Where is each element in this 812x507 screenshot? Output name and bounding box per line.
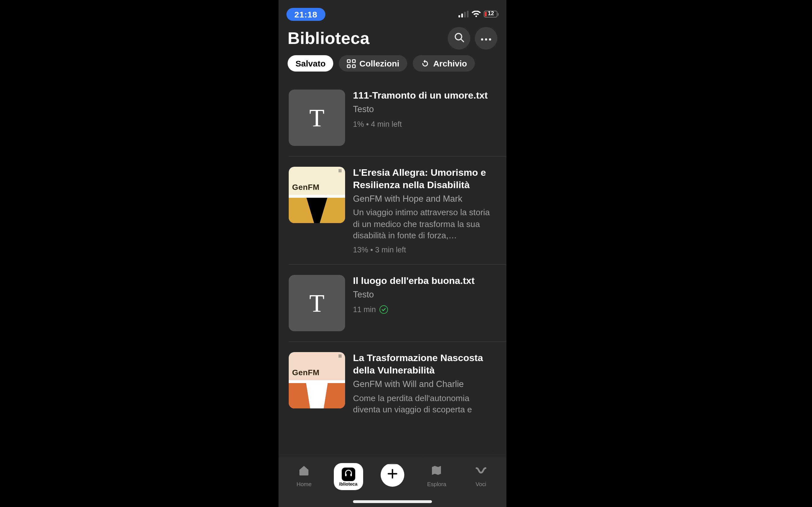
genfm-thumbnail-label: GenFM [292,182,319,191]
item-thumbnail-text: T [289,275,345,331]
svg-rect-3 [467,11,468,17]
item-thumbnail-genfm: GenFM [289,167,345,223]
tab-home-label: Home [297,481,312,487]
svg-rect-9 [348,59,350,62]
status-indicators: 12 [458,11,499,17]
svg-rect-20 [350,473,352,476]
svg-line-5 [461,39,463,41]
svg-rect-12 [353,64,356,67]
list-item[interactable]: T Il luogo dell'erba buona.txt Testo 11 … [278,265,506,341]
more-button[interactable] [475,27,497,50]
chip-collections[interactable]: Collezioni [339,55,407,71]
collections-icon [347,59,356,68]
item-title: L'Eresia Allegra: Umorismo e Resilienza … [353,167,496,191]
tab-explore[interactable]: Esplora [414,462,459,487]
search-icon [454,32,464,45]
search-button[interactable] [448,27,470,50]
map-icon [430,464,444,480]
page-title: Biblioteca [288,29,370,48]
chip-collections-label: Collezioni [359,59,400,68]
svg-rect-11 [348,64,350,67]
cellular-icon [458,11,468,17]
item-thumbnail-genfm: GenFM [289,352,345,408]
chip-archive-label: Archivio [433,59,467,68]
svg-rect-0 [458,15,460,17]
item-title: Il luogo dell'erba buona.txt [353,275,496,287]
item-description: Come la perdita dell'autonomia diventa u… [353,392,496,415]
chip-saved[interactable]: Salvato [288,55,334,71]
tab-voices-label: Voci [476,481,486,487]
headphones-icon [344,469,353,480]
list-item[interactable]: T 111-Tramonto di un umore.txt Testo 1% … [278,79,506,156]
item-status: 13% • 3 min left [353,245,496,254]
tab-add[interactable] [370,462,415,487]
tab-home[interactable]: Home [282,462,326,487]
genfm-thumbnail-art [289,195,345,223]
status-time-pill[interactable]: 21:18 [287,8,325,20]
home-indicator[interactable] [353,500,432,503]
library-list: T 111-Tramonto di un umore.txt Testo 1% … [278,79,506,427]
battery-indicator: 12 [484,11,499,17]
item-thumbnail-text: T [289,90,345,146]
tab-voices[interactable]: Voci [459,462,503,487]
item-subtitle: GenFM with Hope and Mark [353,193,496,205]
svg-point-7 [485,38,487,41]
svg-point-8 [489,38,491,41]
svg-rect-2 [464,12,465,17]
pause-icon [339,354,341,358]
voices-icon [474,464,488,480]
status-bar: 21:18 12 [278,0,506,25]
svg-point-6 [481,38,483,41]
item-status: 11 min [353,305,496,314]
svg-rect-18 [289,380,345,383]
svg-rect-1 [461,13,463,17]
item-subtitle: GenFM with Will and Charlie [353,378,496,390]
completed-check-icon [379,305,388,314]
svg-rect-10 [353,59,356,62]
genfm-thumbnail-label: GenFM [292,368,319,377]
plus-icon [386,467,399,482]
chip-archive[interactable]: Archivio [413,55,475,71]
tab-bar: Home iblioteca Esplora [278,457,506,507]
list-item[interactable]: GenFM La Trasformazione Nascosta della V… [278,342,506,427]
tab-library-label: iblioteca [339,482,357,487]
svg-rect-15 [289,195,345,198]
item-description: Un viaggio intimo attraverso la storia d… [353,207,496,241]
item-title: La Trasformazione Nascosta della Vulnera… [353,352,496,377]
tab-explore-label: Esplora [427,481,446,487]
filter-chips: Salvato Collezioni Archivio [278,55,506,79]
item-subtitle: Testo [353,289,496,301]
list-item[interactable]: GenFM L'Eresia Allegra: Umorismo e Resil… [278,157,506,264]
wifi-icon [471,11,481,17]
svg-rect-19 [345,473,346,476]
item-subtitle: Testo [353,104,496,115]
pause-icon [339,169,341,172]
item-status: 1% • 4 min left [353,120,496,128]
ellipsis-icon [480,33,492,43]
archive-icon [421,59,430,68]
home-icon [297,464,311,480]
genfm-thumbnail-art [289,380,345,408]
page-header: Biblioteca [278,25,506,55]
item-title: 111-Tramonto di un umore.txt [353,90,496,102]
tab-library[interactable]: iblioteca [326,462,370,490]
